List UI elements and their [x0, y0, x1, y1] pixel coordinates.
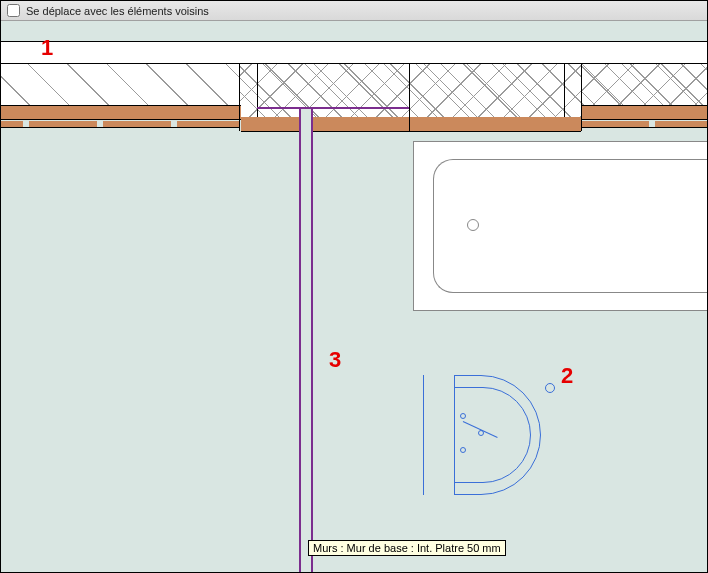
exterior-wall-finish [1, 41, 708, 63]
wall-wood-sill-right [581, 105, 708, 119]
wood-outline [1, 127, 239, 128]
jamb-line [239, 63, 240, 131]
wall-edge-line [1, 63, 708, 64]
moves-with-nearby-label: Se déplace avec les éléments voisins [26, 5, 209, 17]
annotation-marker-1: 1 [41, 35, 53, 61]
drawing-canvas[interactable]: 1 2 3 Murs : Mur de base : Int. Platre 5… [1, 21, 708, 573]
annotation-marker-2: 2 [561, 363, 573, 389]
selected-partition-wall[interactable] [299, 109, 313, 573]
bathtub-drain-icon [467, 219, 479, 231]
jamb-line [581, 63, 582, 131]
wood-outline [581, 127, 708, 128]
wood-outline [411, 131, 581, 132]
options-bar: Se déplace avec les éléments voisins [1, 1, 707, 21]
wood-outline [1, 105, 241, 106]
wood-outline [581, 119, 708, 120]
wall-wood-sill-mid2 [411, 117, 581, 131]
jamb-line [409, 63, 410, 131]
sink-overflow-icon [545, 383, 555, 393]
sink-tap-hole-icon [460, 413, 466, 419]
moves-with-nearby-checkbox[interactable] [7, 4, 20, 17]
wood-outline [241, 131, 411, 132]
wood-outline [581, 105, 708, 106]
wood-outline [1, 119, 241, 120]
sink-back [423, 375, 455, 495]
wall-wood-sill-mid [241, 117, 411, 131]
element-tooltip: Murs : Mur de base : Int. Platre 50 mm [308, 540, 506, 556]
wall-wood-sill-left [1, 105, 241, 119]
jamb-line [564, 63, 565, 117]
wall-edge-line [1, 41, 708, 42]
sink-tap-hole-icon [460, 447, 466, 453]
selected-wall-top-edge[interactable] [257, 107, 409, 111]
annotation-marker-3: 3 [329, 347, 341, 373]
